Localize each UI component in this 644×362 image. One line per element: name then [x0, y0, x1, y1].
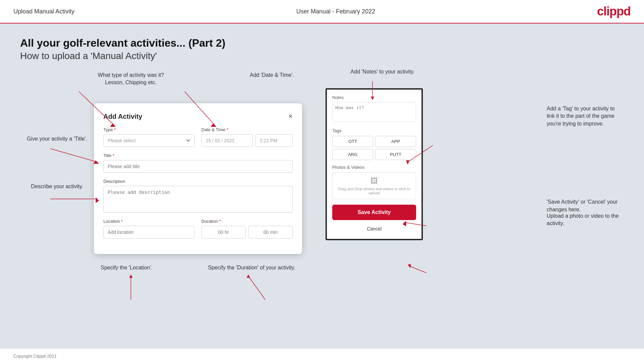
svg-marker-19 [408, 264, 411, 268]
type-datetime-row: Type * Please select Date & Time * [103, 127, 293, 147]
tags-grid: OTT APP ARG PUTT [332, 136, 416, 160]
page-heading: All your golf-relevant activities... (Pa… [20, 37, 624, 61]
footer: Copyright Clippd 2021 [0, 349, 644, 362]
manual-title: User Manual - February 2022 [296, 8, 375, 15]
photo-icon: 🖼 [370, 177, 378, 186]
ann-upload: Upload a photo or video to the activity. [547, 212, 621, 227]
cancel-button[interactable]: Cancel [332, 224, 416, 234]
svg-line-10 [248, 276, 265, 300]
type-select[interactable]: Please select [103, 134, 195, 147]
page-main-title: All your golf-relevant activities... (Pa… [20, 37, 624, 49]
duration-group: Duration * [201, 219, 293, 239]
close-button[interactable]: × [288, 113, 293, 120]
date-time-inputs [201, 134, 293, 147]
time-input[interactable] [255, 134, 293, 147]
phone-inner: Notes Tags OTT APP ARG PUTT Photos & Vid… [332, 95, 416, 234]
top-bar: Upload Manual Activity User Manual - Feb… [0, 0, 644, 23]
tag-app[interactable]: APP [375, 136, 416, 147]
main-area: All your golf-relevant activities... (Pa… [0, 23, 644, 349]
tag-ott[interactable]: OTT [332, 136, 373, 147]
copyright: Copyright Clippd 2021 [13, 354, 57, 359]
svg-line-18 [409, 266, 426, 273]
save-activity-button[interactable]: Save Activity [332, 205, 416, 220]
dialog-area: What type of activity was it? Lesson, Ch… [94, 71, 302, 271]
tag-arg[interactable]: ARG [332, 149, 373, 160]
svg-marker-11 [247, 274, 250, 278]
add-activity-dialog: Add Activity × Type * Please select [94, 103, 302, 254]
title-label: Title * [103, 153, 293, 158]
right-panel: Add 'Notes' to your activity. Add a 'Tag… [302, 71, 624, 240]
photos-label: Photos & Videos [332, 165, 416, 170]
duration-hr-input[interactable] [201, 226, 246, 239]
datetime-label: Date & Time * [201, 127, 293, 132]
title-row: Title * [103, 153, 293, 173]
ann-save-cancel: 'Save Activity' or 'Cancel' your changes… [547, 198, 621, 213]
ann-what-type: What type of activity was it? Lesson, Ch… [97, 71, 164, 87]
photos-upload-area[interactable]: 🖼 Drag and Drop photos and videos or cli… [332, 172, 416, 199]
ann-duration: Specify the 'Duration' of your activity. [208, 264, 295, 271]
page-title-header: Upload Manual Activity [13, 8, 75, 15]
tag-putt[interactable]: PUTT [375, 149, 416, 160]
duration-label: Duration * [201, 219, 293, 224]
ann-notes: Add 'Notes' to your activity. [349, 68, 416, 75]
duration-inputs [201, 226, 293, 239]
location-group: Location * [103, 219, 195, 239]
location-label: Location * [103, 219, 195, 224]
ann-describe: Describe your activity. [20, 183, 94, 190]
date-input[interactable] [201, 134, 253, 147]
duration-min-input[interactable] [248, 226, 293, 239]
ann-tag: Add a 'Tag' to your activity to link it … [547, 105, 621, 127]
logo: clippd [597, 4, 631, 18]
phone-screen: Notes Tags OTT APP ARG PUTT Photos & Vid… [326, 88, 423, 240]
page-sub-title: How to upload a 'Manual Activity' [20, 51, 624, 61]
dialog-title: Add Activity [103, 113, 142, 120]
upload-text: Drag and Drop photos and videos or click… [333, 187, 416, 195]
dialog-header: Add Activity × [103, 113, 293, 120]
type-group: Type * Please select [103, 127, 195, 147]
location-duration-row: Location * Duration * [103, 219, 293, 239]
description-input[interactable] [103, 186, 293, 213]
type-label: Type * [103, 127, 195, 132]
ann-date-time: Add 'Date & Time'. [245, 71, 299, 87]
ann-give-title: Give your activity a 'Title'. [20, 135, 94, 143]
title-input[interactable] [103, 160, 293, 173]
description-row: Description [103, 179, 293, 213]
left-annotations: Give your activity a 'Title'. Describe y… [20, 71, 94, 191]
location-input[interactable] [103, 226, 195, 239]
datetime-group: Date & Time * [201, 127, 293, 147]
tags-label: Tags [332, 128, 416, 133]
title-group: Title * [103, 153, 293, 173]
description-label: Description [103, 179, 293, 184]
description-group: Description [103, 179, 293, 213]
ann-location: Specify the 'Location'. [101, 264, 153, 271]
svg-marker-9 [129, 274, 133, 278]
notes-label: Notes [332, 95, 416, 100]
notes-input[interactable] [332, 102, 416, 122]
